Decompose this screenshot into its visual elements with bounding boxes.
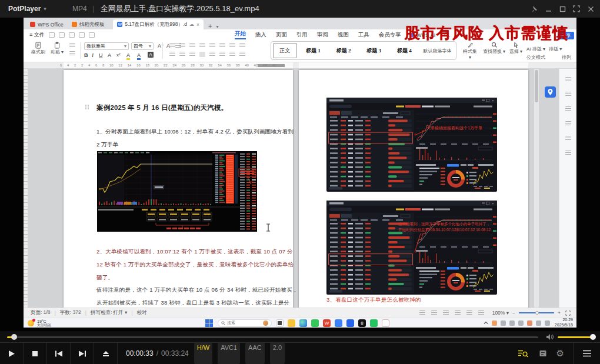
align-left-icon[interactable]: [169, 52, 175, 57]
audio-codec-badge[interactable]: AAC: [245, 343, 265, 364]
status-spellcheck[interactable]: 拼写检查: 打开 ▾: [91, 309, 127, 316]
panel-help-icon[interactable]: [565, 151, 571, 156]
decrease-indent-icon[interactable]: [189, 43, 195, 48]
ribbon-tab-home[interactable]: 开始: [235, 30, 246, 39]
sort-icon[interactable]: [229, 43, 235, 48]
tray-app1-icon[interactable]: [492, 320, 497, 326]
doc-scrollbar[interactable]: [534, 69, 539, 308]
fullscreen-icon[interactable]: [569, 4, 584, 14]
subtitle-panel-icon[interactable]: [539, 349, 547, 358]
video-area[interactable]: WPS Office 找稻壳模板 W 5.17盘口解析（充电998）.d ☁ ×…: [0, 18, 600, 331]
eject-button[interactable]: [94, 343, 118, 364]
print-preview-icon[interactable]: [69, 32, 75, 38]
page-2[interactable]: ×大单棱镜里能看到这个1万手单 ×这里能看到，这两万手单被多个比他小的单子吃掉了…: [299, 70, 528, 308]
arrange-button[interactable]: 排列: [562, 54, 571, 61]
zoom-slider-handle[interactable]: [535, 311, 539, 315]
taskbar-clock[interactable]: 20:29 2025/5/18: [555, 318, 573, 328]
paragraph-drag-handle-icon[interactable]: [85, 104, 89, 110]
tab-close-icon[interactable]: ×: [196, 22, 199, 28]
ribbon-tab-page[interactable]: 页面: [276, 31, 287, 39]
volume-bar[interactable]: [558, 336, 593, 338]
stop-button[interactable]: [24, 343, 47, 364]
print-icon[interactable]: [59, 32, 65, 38]
music-app-icon[interactable]: [370, 319, 378, 327]
align-right-icon[interactable]: [189, 52, 195, 57]
style-heading3[interactable]: 标题 3: [360, 43, 388, 58]
cloud-app-icon[interactable]: [335, 319, 342, 327]
tab-wps-office[interactable]: WPS Office: [26, 19, 68, 29]
volume-handle[interactable]: [590, 334, 596, 340]
wps-app-icon[interactable]: W: [323, 319, 331, 327]
settings-gear-icon[interactable]: ⚙: [556, 348, 564, 359]
view-play-icon[interactable]: [455, 310, 461, 316]
app-name[interactable]: PotPlayer: [8, 5, 41, 13]
line-spacing-icon[interactable]: [219, 43, 225, 48]
panel-comment-icon[interactable]: [565, 92, 571, 97]
highlight-button[interactable]: A: [126, 52, 130, 60]
view-web-icon[interactable]: [466, 310, 472, 316]
view-pen-icon[interactable]: [478, 310, 484, 316]
border-icon[interactable]: [239, 52, 245, 57]
doc-scrollbar-thumb[interactable]: [535, 70, 538, 102]
maximize-icon[interactable]: [555, 4, 569, 14]
zoom-out-button[interactable]: −: [512, 310, 515, 316]
taskbar-search[interactable]: 搜索: [218, 319, 272, 327]
playlist-search-icon[interactable]: [518, 349, 528, 358]
select-button[interactable]: 选择 ▾: [508, 42, 524, 55]
video-codec-badge[interactable]: AVC1: [218, 343, 240, 364]
font-name-select[interactable]: 微软雅黑▾: [84, 42, 129, 50]
tray-cloud-icon[interactable]: [501, 320, 506, 326]
close-icon[interactable]: [584, 4, 598, 14]
file-explorer-icon[interactable]: [288, 319, 295, 327]
tab-document[interactable]: W 5.17盘口解析（充电998）.d ☁ ×: [113, 19, 204, 29]
photos-app-icon[interactable]: [346, 319, 354, 327]
paragraph-layout-icon[interactable]: [219, 52, 225, 57]
new-tab-icon[interactable]: +: [208, 22, 212, 29]
document-area[interactable]: 案例2025 年 5 月 16 日(星期五)的天汽模。 1、分时界面上能看到早上…: [24, 69, 576, 308]
cut-icon[interactable]: [69, 43, 75, 48]
next-button[interactable]: [71, 343, 94, 364]
text-direction-icon[interactable]: [209, 43, 215, 48]
edge-browser-icon[interactable]: [299, 319, 307, 327]
find-replace-button[interactable]: 查找替换 ▾: [482, 42, 506, 55]
justify-icon[interactable]: [199, 52, 205, 57]
seek-handle[interactable]: [11, 334, 17, 340]
decoder-badge[interactable]: H/W: [194, 343, 212, 364]
app8-icon[interactable]: 8: [358, 319, 366, 327]
strikethrough-button[interactable]: A: [108, 52, 111, 58]
minimize-icon[interactable]: [541, 4, 555, 14]
task-view-icon[interactable]: [276, 319, 284, 327]
channels-badge[interactable]: 2.0: [270, 343, 285, 364]
volume-icon[interactable]: [546, 333, 554, 340]
bullet-list-icon[interactable]: [169, 43, 175, 48]
tray-volume-icon[interactable]: [545, 320, 550, 326]
vertical-ruler[interactable]: [24, 69, 28, 308]
start-button[interactable]: [205, 319, 213, 327]
view-eye-icon[interactable]: [419, 310, 425, 316]
underline-button[interactable]: U: [99, 52, 103, 58]
style-normal[interactable]: 正文: [273, 43, 297, 58]
app-menu-caret-icon[interactable]: ▾: [44, 6, 46, 12]
zoom-level[interactable]: 100% ▾: [492, 310, 509, 316]
save-icon[interactable]: [49, 32, 55, 38]
undo-icon[interactable]: [79, 32, 85, 38]
tray-printer-icon[interactable]: [518, 320, 524, 326]
tray-chevron-icon[interactable]: [484, 321, 488, 325]
layout-button[interactable]: 排版 ▾: [549, 46, 562, 52]
font-size-select[interactable]: 四号▾: [131, 42, 154, 50]
panel-todo-icon[interactable]: [565, 136, 571, 141]
panel-bookmark-icon[interactable]: [565, 106, 571, 112]
weather-widget[interactable]: 19°C 大部晴朗: [27, 319, 51, 327]
numbered-list-icon[interactable]: [179, 43, 185, 48]
format-painter-button[interactable]: 格式刷: [31, 42, 46, 55]
tab-docer[interactable]: 找稻壳模板: [68, 19, 109, 29]
previous-button[interactable]: [47, 343, 71, 364]
ribbon-tab-view[interactable]: 视图: [338, 31, 349, 39]
zoom-slider[interactable]: [519, 312, 554, 313]
tray-mic-icon[interactable]: [509, 320, 515, 326]
ribbon-tab-review[interactable]: 审阅: [317, 31, 328, 39]
superscript-button[interactable]: x²: [116, 52, 121, 58]
zoom-in-button[interactable]: +: [558, 310, 561, 316]
panel-outline-icon[interactable]: [565, 77, 571, 82]
tray-network-icon[interactable]: [536, 320, 541, 326]
